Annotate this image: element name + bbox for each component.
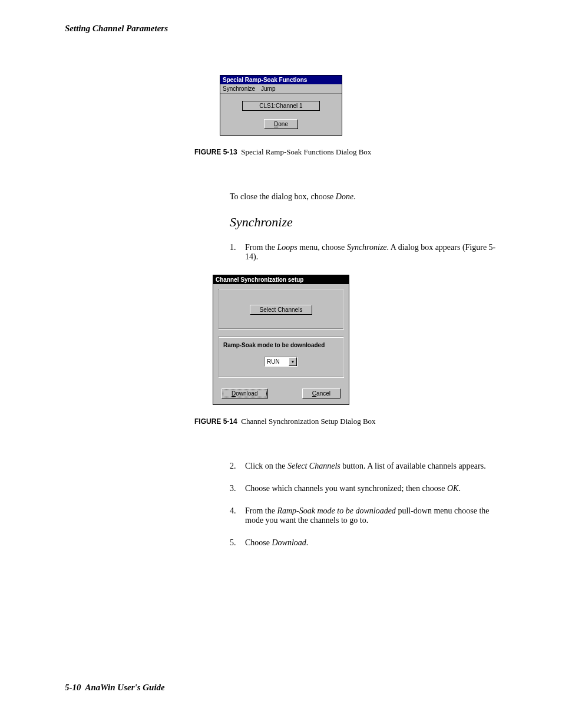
chevron-down-icon[interactable]: ▼: [289, 357, 297, 366]
step-5: 5. Choose Download.: [230, 538, 497, 548]
done-button[interactable]: Done: [264, 119, 298, 129]
menu-synchronize[interactable]: Synchronize: [223, 85, 255, 92]
paragraph-close-dialog: To close the dialog box, choose Done.: [230, 192, 497, 202]
figure-caption-2: FIGURE 5-14 Channel Synchronization Setu…: [194, 417, 497, 426]
dialog-title: Special Ramp-Soak Functions: [220, 75, 342, 84]
dialog2-title: Channel Synchronization setup: [213, 275, 349, 284]
channel-field: CLS1:Channel 1: [242, 101, 319, 111]
rampsoak-mode-combo[interactable]: RUN ▼: [265, 357, 297, 367]
figure-caption: FIGURE 5-13 Special Ramp-Soak Functions …: [194, 147, 497, 157]
menu-jump[interactable]: Jump: [261, 85, 275, 92]
download-button[interactable]: Download: [222, 388, 268, 398]
dialog-channel-sync: Channel Synchronization setup Select Cha…: [213, 275, 349, 405]
group-label-rampsoak: Ramp-Soak mode to be downloaded: [219, 342, 343, 348]
dialog-special-ramp-soak: Special Ramp-Soak Functions Synchronize …: [220, 75, 342, 136]
step-2: 2. Click on the Select Channels button. …: [230, 462, 497, 471]
page-footer: 5-10 AnaWin User's Guide: [65, 683, 165, 693]
step-4: 4. From the Ramp-Soak mode to be downloa…: [230, 506, 497, 525]
cancel-button[interactable]: Cancel: [302, 388, 340, 398]
step-1: 1. From the Loops menu, choose Synchroni…: [230, 243, 497, 262]
select-channels-button[interactable]: Select Channels: [250, 305, 313, 315]
step-3: 3. Choose which channels you want synchr…: [230, 484, 497, 493]
dialog-menu-bar: Synchronize Jump: [220, 84, 342, 94]
page-header: Setting Channel Parameters: [65, 24, 497, 34]
heading-synchronize: Synchronize: [230, 215, 497, 230]
